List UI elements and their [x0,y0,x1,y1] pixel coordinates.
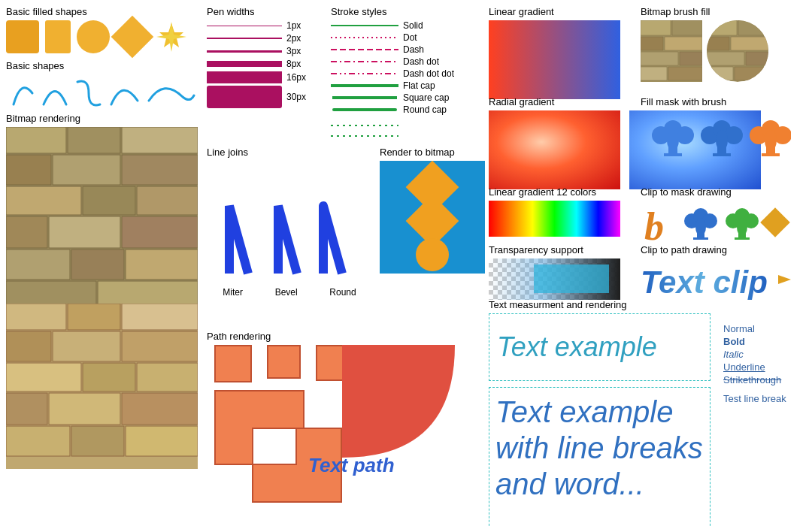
basic-filled-shapes-row [6,20,188,53]
pen-line-8px: 8px [207,59,320,69]
pen-label-16px: 16px [286,72,306,83]
shape-star-wrapper [155,20,188,53]
pen-line-16px: 16px [207,71,320,83]
pen-label-8px: 8px [286,59,301,69]
fill-mask-svg [641,110,791,189]
svg-rect-28 [83,363,135,391]
basic-shapes-svg [6,74,198,112]
path-rendering-section: Path rendering Text path [207,331,485,518]
path-rendering-title: Path rendering [207,331,485,342]
svg-rect-85 [762,153,780,156]
svg-rect-34 [71,426,124,456]
render-bitmap-svg [380,161,485,274]
svg-marker-101 [778,275,791,284]
shape-diamond-wrapper [116,20,149,53]
svg-rect-14 [122,216,198,248]
pen-line-3px: 3px [207,46,320,56]
path-sq-2 [267,345,301,379]
svg-rect-65 [707,67,733,80]
render-bitmap-canvas [380,161,485,274]
join-round-label: Round [329,287,356,298]
svg-rect-64 [746,52,768,65]
svg-rect-60 [738,20,768,35]
path-sq-1 [214,345,252,382]
clip-path-text-wrapper: Text clip [641,258,791,300]
svg-rect-32 [122,393,198,425]
svg-rect-6 [6,155,51,185]
basic-shapes-section: Basic shapes [6,60,198,114]
svg-rect-72 [668,146,677,153]
svg-rect-29 [137,363,198,391]
stroke-dashdot: Dash dot [331,56,481,67]
render-to-bitmap-section: Render to bitmap [380,147,485,274]
linear-gradient-title: Linear gradient [489,6,620,17]
svg-rect-4 [68,127,120,153]
text-example-2: Text examplewith line breaksand word... [495,394,704,502]
svg-rect-17 [126,249,198,280]
svg-rect-63 [707,52,744,65]
join-miter-label: Miter [223,287,243,298]
stroke-dashdotdot-label: Dash dot dot [403,68,454,79]
clip-mask-canvas: b [641,201,791,246]
svg-rect-79 [713,153,731,156]
bitmap-rendering-title: Bitmap rendering [6,113,198,124]
line-joins-section: Line joins Miter Bevel Round [207,147,372,298]
join-bevel-label: Bevel [275,287,298,298]
svg-rect-25 [53,331,120,361]
svg-rect-50 [641,20,671,35]
svg-rect-51 [672,20,702,35]
svg-rect-84 [766,146,775,153]
stroke-solid: Solid [331,20,481,31]
linear-12-bar [489,201,620,237]
basic-filled-shapes-title: Basic filled shapes [6,6,188,17]
svg-rect-35 [126,426,198,456]
shape-diamond [111,16,154,59]
svg-rect-62 [731,37,768,50]
svg-rect-54 [641,52,678,65]
svg-rect-7 [53,155,120,185]
text-measurement-title: Text measurment and rendering [489,299,710,310]
stroke-dotted-green [331,119,481,144]
svg-rect-57 [668,67,702,80]
stroke-squarecap-label: Square cap [403,92,449,103]
stroke-solid-label: Solid [403,20,423,31]
svg-point-48 [416,238,449,271]
text-example-1: Text example [497,331,657,363]
svg-rect-27 [6,363,81,391]
svg-rect-66 [735,67,768,80]
line-joins-labels: Miter Bevel Round [207,287,372,298]
svg-rect-92 [693,237,708,240]
shape-circle [77,20,110,53]
text-example-box-1: Text example [489,313,710,381]
clip-path-title: Clip to path drawing [641,244,791,255]
svg-rect-59 [707,20,737,35]
svg-rect-30 [6,393,47,425]
text-underline: Underline [723,361,786,373]
pen-label-30px: 30px [286,92,306,102]
pen-label-3px: 3px [286,46,301,56]
svg-rect-33 [6,426,70,456]
path-rendering-area: Text path [207,345,485,518]
svg-rect-78 [717,146,726,153]
cyan-rect [534,265,609,293]
shape-rect [45,20,71,53]
text-italic: Italic [723,349,786,360]
stroke-squarecap: Square cap [331,92,481,103]
svg-rect-52 [641,37,663,50]
render-to-bitmap-title: Render to bitmap [380,147,485,158]
bitmap-brush-square [641,20,702,82]
svg-rect-21 [6,304,66,330]
bitmap-image-2 [6,304,198,469]
svg-rect-11 [137,186,198,215]
stroke-dashdot-label: Dash dot [403,56,439,67]
line-joins-svg [207,161,372,285]
stroke-styles-section: Stroke styles Solid Dot Dash Dash dot Da… [331,6,481,144]
svg-rect-31 [49,393,120,425]
stroke-roundcap: Round cap [331,104,481,115]
svg-rect-26 [122,331,198,361]
text-line-break: Test line break [723,393,786,404]
text-styles-section: Normal Bold Italic Underline Strikethrou… [723,323,786,406]
transparency-title: Transparency support [489,244,620,255]
fill-mask-section: Fill mask with brush [641,96,791,189]
fill-mask-title: Fill mask with brush [641,96,791,107]
